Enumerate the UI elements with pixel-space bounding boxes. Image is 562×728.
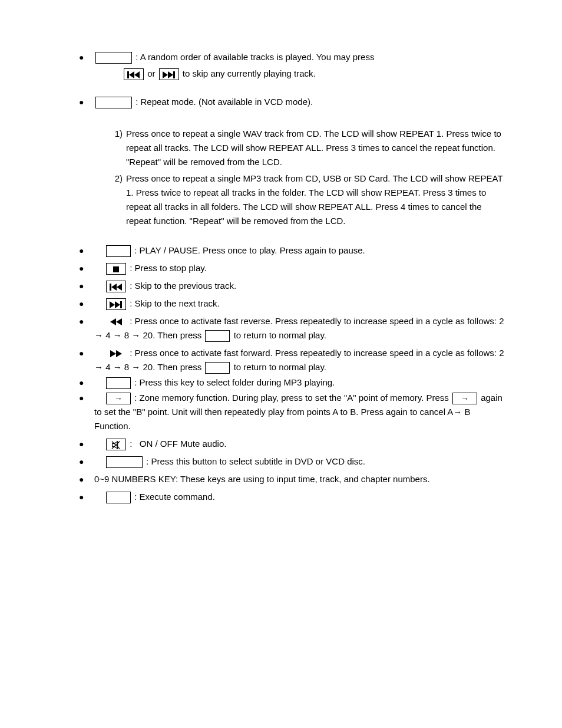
enter-button[interactable]	[106, 492, 131, 503]
next-track-button[interactable]	[106, 298, 126, 310]
zone-ab-button[interactable]: →	[106, 393, 131, 404]
repeat-n2-text: Press once to repeat a single MP3 track …	[126, 172, 506, 228]
repeat-text: : Repeat mode. (Not available in VCD mod…	[135, 97, 313, 107]
repeat-button[interactable]	[95, 97, 132, 108]
item-numbers: 0~9 NUMBERS KEY: These keys are using to…	[77, 472, 506, 486]
zone-text-a: : Zone memory function. During play, pre…	[134, 393, 449, 403]
item-zone: → : Zone memory function. During play, p…	[77, 391, 506, 433]
item-subtitle: : Press this button to select subtitle i…	[77, 454, 506, 469]
stop-button[interactable]	[106, 263, 126, 275]
random-button[interactable]	[95, 52, 132, 64]
item-stop: : Press to stop play.	[77, 261, 506, 275]
repeat-sublist: 1) Press once to repeat a single WAV tra…	[108, 127, 506, 228]
num-1: 1)	[108, 127, 126, 169]
fast-reverse-icon	[106, 316, 126, 328]
rew-text-b: to return to normal play.	[234, 330, 326, 340]
num-2: 2)	[108, 172, 126, 228]
stop-text: : Press to stop play.	[130, 263, 207, 273]
item-play: : PLAY / PAUSE. Press once to play. Pres…	[77, 243, 506, 258]
item-repeat: : Repeat mode. (Not available in VCD mod…	[77, 95, 506, 228]
prev-text: : Skip to the previous track.	[130, 281, 236, 291]
play-button-inline-1[interactable]	[205, 330, 230, 342]
arrow-right-icon: →	[113, 393, 124, 404]
fast-forward-icon	[106, 348, 126, 360]
subtitle-text: : Press this button to select subtitle i…	[146, 456, 365, 466]
zone-ab-button-2[interactable]: →	[452, 393, 477, 404]
skip-next-button[interactable]	[159, 68, 179, 80]
mute-text: : ON / OFF Mute audio.	[130, 439, 226, 449]
enter-text: : Execute command.	[134, 492, 215, 502]
prev-track-button[interactable]	[106, 281, 126, 292]
ff-text-b: to return to normal play.	[234, 362, 326, 372]
item-rew: : Press once to activate fast reverse. P…	[77, 314, 506, 342]
random-text2: to skip any currently playing track.	[183, 68, 316, 78]
repeat-n1-text: Press once to repeat a single WAV track …	[126, 127, 506, 169]
random-text1: : A random order of available tracks is …	[135, 52, 374, 62]
item-folder: : Press this key to select folder during…	[77, 375, 506, 390]
play-button-inline-2[interactable]	[205, 362, 230, 374]
item-enter: : Execute command.	[77, 490, 506, 504]
next-text: : Skip to the next track.	[130, 298, 220, 308]
item-prev: : Skip to the previous track.	[77, 279, 506, 293]
numbers-text: 0~9 NUMBERS KEY: These keys are using to…	[94, 474, 430, 484]
item-ff: : Press once to activate fast forward. P…	[77, 346, 506, 374]
item-random: : A random order of available tracks is …	[77, 50, 506, 81]
play-pause-button[interactable]	[106, 245, 131, 257]
arrow-right-icon: →	[459, 393, 470, 404]
play-text: : PLAY / PAUSE. Press once to play. Pres…	[134, 245, 365, 255]
item-next: : Skip to the next track.	[77, 297, 506, 311]
item-mute: : ON / OFF Mute audio.	[77, 437, 506, 451]
skip-prev-button[interactable]	[124, 68, 144, 80]
folder-text: : Press this key to select folder during…	[134, 377, 335, 387]
subtitle-button[interactable]	[106, 456, 143, 468]
text-or: or	[147, 68, 155, 78]
mute-button[interactable]	[106, 439, 126, 450]
folder-button[interactable]	[106, 377, 131, 389]
